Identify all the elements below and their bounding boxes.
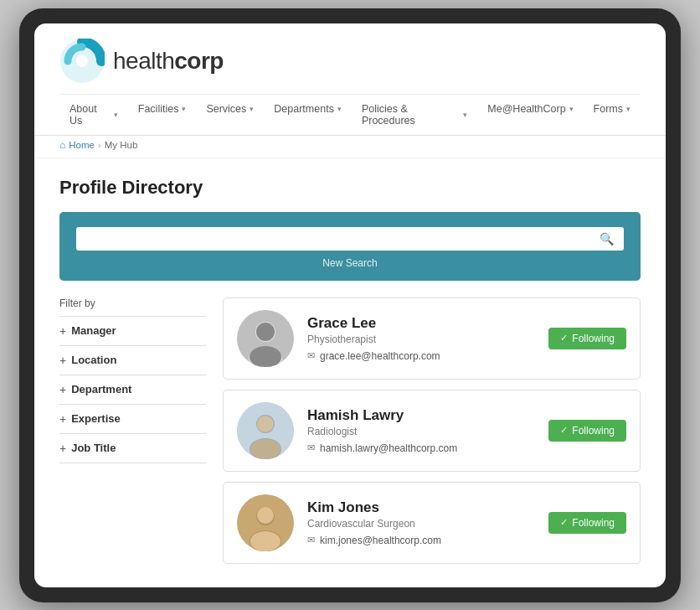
- profile-role-hamish: Radiologist: [307, 426, 535, 437]
- check-icon: ✓: [560, 517, 568, 528]
- filter-expertise[interactable]: + Expertise: [59, 405, 206, 434]
- email-icon: ✉: [307, 535, 315, 545]
- new-search-link[interactable]: New Search: [76, 257, 624, 269]
- directory-layout: Filter by + Manager + Location + Departm…: [59, 297, 641, 564]
- nav-item-services[interactable]: Services ▾: [196, 95, 264, 135]
- logo-icon: [59, 39, 105, 84]
- avatar-hamish: [237, 402, 294, 459]
- filter-manager[interactable]: + Manager: [59, 317, 206, 346]
- profile-card-kim: Kim Jones Cardiovascular Surgeon ✉ kim.j…: [223, 482, 641, 564]
- plus-icon: +: [59, 383, 66, 396]
- main-content: Profile Directory 🔍 New Search Filter by…: [34, 158, 666, 587]
- svg-point-11: [250, 439, 281, 459]
- follow-button-hamish[interactable]: ✓ Following: [548, 420, 626, 442]
- search-input-row: 🔍: [76, 227, 624, 251]
- plus-icon: +: [59, 354, 66, 367]
- search-box: 🔍 New Search: [59, 212, 641, 281]
- profile-role-grace: Physiotherapist: [307, 333, 535, 345]
- filter-job-title[interactable]: + Job Title: [59, 434, 206, 463]
- logo-text: healthcorp: [113, 48, 224, 75]
- filter-label: Filter by: [59, 297, 206, 309]
- profile-info-hamish: Hamish Lawry Radiologist ✉ hamish.lawry@…: [307, 407, 535, 454]
- profile-list: Grace Lee Physiotherapist ✉ grace.lee@he…: [223, 297, 641, 564]
- breadcrumb-sep: ›: [98, 140, 101, 150]
- nav-item-departments[interactable]: Departments ▾: [264, 95, 352, 135]
- follow-button-kim[interactable]: ✓ Following: [548, 512, 626, 534]
- svg-point-5: [256, 323, 275, 341]
- profile-info-grace: Grace Lee Physiotherapist ✉ grace.lee@he…: [307, 315, 535, 362]
- profile-name-hamish: Hamish Lawry: [307, 407, 535, 424]
- nav-item-about[interactable]: About Us ▾: [59, 95, 128, 135]
- search-button[interactable]: 🔍: [598, 232, 615, 246]
- breadcrumb-current: My Hub: [105, 140, 138, 150]
- profile-name-kim: Kim Jones: [307, 499, 535, 516]
- email-icon: ✉: [307, 350, 315, 361]
- svg-point-1: [76, 55, 88, 67]
- profile-card-hamish: Hamish Lawry Radiologist ✉ hamish.lawry@…: [223, 390, 641, 472]
- search-input[interactable]: [85, 232, 598, 245]
- logo-area: healthcorp: [59, 23, 641, 94]
- svg-point-15: [257, 507, 274, 524]
- svg-point-16: [250, 531, 281, 551]
- nav-item-forms[interactable]: Forms ▾: [584, 95, 641, 135]
- email-icon: ✉: [307, 442, 315, 453]
- avatar-grace: [237, 310, 294, 367]
- plus-icon: +: [59, 442, 66, 455]
- profile-info-kim: Kim Jones Cardiovascular Surgeon ✉ kim.j…: [307, 499, 535, 546]
- breadcrumb: ⌂ Home › My Hub: [34, 136, 666, 158]
- follow-button-grace[interactable]: ✓ Following: [548, 328, 626, 349]
- check-icon: ✓: [560, 333, 568, 344]
- profile-card-grace: Grace Lee Physiotherapist ✉ grace.lee@he…: [223, 297, 641, 380]
- svg-point-6: [250, 346, 281, 367]
- filter-list: + Manager + Location + Department + Expe…: [59, 316, 206, 463]
- browser-window: healthcorp About Us ▾ Facilities ▾ Servi…: [34, 23, 666, 587]
- check-icon: ✓: [560, 425, 568, 436]
- profile-name-grace: Grace Lee: [307, 315, 535, 332]
- plus-icon: +: [59, 324, 66, 338]
- top-navigation: healthcorp About Us ▾ Facilities ▾ Servi…: [34, 23, 666, 136]
- profile-email-grace: ✉ grace.lee@healthcorp.com: [307, 350, 535, 362]
- filter-department[interactable]: + Department: [59, 375, 206, 405]
- nav-menu: About Us ▾ Facilities ▾ Services ▾ Depar…: [59, 94, 641, 135]
- plus-icon: +: [59, 412, 66, 426]
- nav-item-me[interactable]: Me@HealthCorp ▾: [477, 95, 583, 135]
- device-frame: healthcorp About Us ▾ Facilities ▾ Servi…: [19, 8, 681, 602]
- filter-sidebar: Filter by + Manager + Location + Departm…: [59, 297, 206, 564]
- svg-point-10: [257, 416, 274, 432]
- breadcrumb-home[interactable]: Home: [69, 140, 95, 150]
- filter-location[interactable]: + Location: [59, 346, 206, 375]
- profile-role-kim: Cardiovascular Surgeon: [307, 518, 535, 530]
- nav-item-facilities[interactable]: Facilities ▾: [128, 95, 197, 135]
- profile-email-hamish: ✉ hamish.lawry@healthcorp.com: [307, 442, 535, 454]
- profile-email-kim: ✉ kim.jones@healthcorp.com: [307, 535, 535, 546]
- avatar-kim: [237, 494, 294, 551]
- page-title: Profile Directory: [59, 177, 641, 199]
- nav-item-policies[interactable]: Policies & Procedures ▾: [352, 95, 477, 135]
- home-icon: ⌂: [59, 139, 65, 151]
